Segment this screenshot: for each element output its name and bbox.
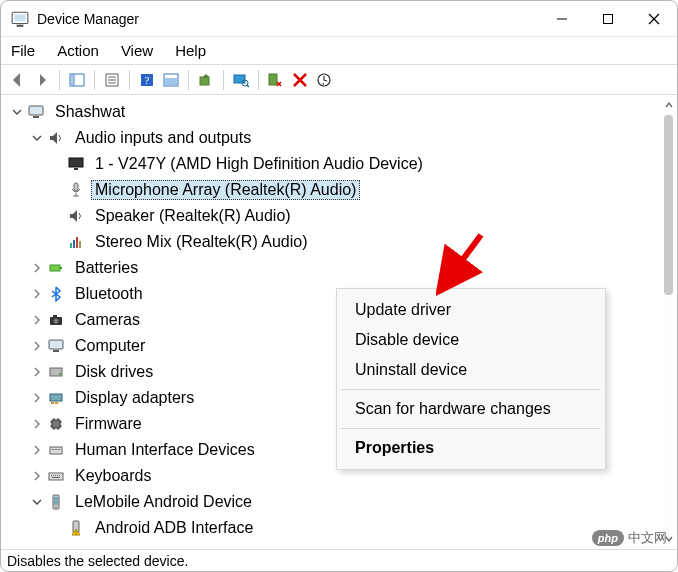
svg-rect-62 <box>53 475 54 476</box>
chevron-right-icon[interactable] <box>29 416 45 432</box>
tree-category-lemobile[interactable]: LeMobile Android Device <box>9 489 660 515</box>
monitor-icon <box>67 155 85 173</box>
svg-rect-65 <box>59 475 60 476</box>
update-driver-button[interactable] <box>195 69 217 91</box>
uninstall-device-button[interactable] <box>289 69 311 91</box>
svg-rect-59 <box>58 449 60 450</box>
context-menu-properties[interactable]: Properties <box>339 433 603 463</box>
computer-icon <box>27 103 45 121</box>
show-hide-tree-button[interactable] <box>66 69 88 91</box>
menu-file[interactable]: File <box>7 40 39 61</box>
chevron-down-icon[interactable] <box>9 104 25 120</box>
tree-device-stereomix[interactable]: Stereo Mix (Realtek(R) Audio) <box>9 229 660 255</box>
svg-rect-1 <box>14 14 25 21</box>
svg-point-38 <box>54 319 59 324</box>
tree-device-android-adb[interactable]: ! Android ADB Interface <box>9 515 660 541</box>
minimize-button[interactable] <box>539 2 585 36</box>
tree-device-speaker[interactable]: Speaker (Realtek(R) Audio) <box>9 203 660 229</box>
svg-rect-2 <box>17 24 24 26</box>
properties-button[interactable] <box>101 69 123 91</box>
tree-node-label: Display adapters <box>71 388 198 408</box>
svg-rect-35 <box>50 265 60 271</box>
svg-rect-26 <box>69 158 83 167</box>
tree-category-audio[interactable]: Audio inputs and outputs <box>9 125 660 151</box>
window-title: Device Manager <box>37 11 139 27</box>
context-menu: Update driver Disable device Uninstall d… <box>336 288 606 470</box>
svg-rect-45 <box>51 402 54 404</box>
context-menu-scan-hardware[interactable]: Scan for hardware changes <box>339 394 603 424</box>
svg-point-69 <box>55 506 57 508</box>
back-button[interactable] <box>7 69 29 91</box>
menu-view[interactable]: View <box>117 40 157 61</box>
tree-node-label: Batteries <box>71 258 142 278</box>
context-menu-update-driver[interactable]: Update driver <box>339 295 603 325</box>
chevron-right-icon[interactable] <box>29 338 45 354</box>
svg-rect-61 <box>51 475 52 476</box>
scrollbar-track[interactable] <box>662 113 675 531</box>
tree-node-label: Shashwat <box>51 102 129 122</box>
tree-node-label: 1 - V247Y (AMD High Definition Audio Dev… <box>91 154 427 174</box>
svg-line-21 <box>247 85 249 87</box>
svg-rect-34 <box>79 241 81 248</box>
svg-rect-4 <box>604 14 613 23</box>
speaker-icon <box>67 207 85 225</box>
maximize-button[interactable] <box>585 2 631 36</box>
chevron-right-icon[interactable] <box>29 390 45 406</box>
scan-hardware-button[interactable] <box>230 69 252 91</box>
camera-icon <box>47 311 65 329</box>
device-tree-pane: Shashwat Audio inputs and outputs 1 - V2… <box>1 95 677 549</box>
chevron-right-icon[interactable] <box>29 468 45 484</box>
svg-rect-63 <box>55 475 56 476</box>
context-menu-uninstall-device[interactable]: Uninstall device <box>339 355 603 385</box>
forward-button[interactable] <box>31 69 53 91</box>
disk-icon <box>47 363 65 381</box>
chevron-down-icon[interactable] <box>29 130 45 146</box>
chevron-right-icon[interactable] <box>29 442 45 458</box>
tree-node-label: Human Interface Devices <box>71 440 259 460</box>
svg-rect-31 <box>70 243 72 248</box>
help-button[interactable]: ? <box>136 69 158 91</box>
chevron-right-icon[interactable] <box>29 312 45 328</box>
chevron-right-icon[interactable] <box>29 364 45 380</box>
disable-device-button[interactable] <box>265 69 287 91</box>
tree-node-label: Cameras <box>71 310 144 330</box>
svg-rect-28 <box>74 183 78 191</box>
svg-rect-40 <box>49 340 63 349</box>
tree-device-v247y[interactable]: 1 - V247Y (AMD High Definition Audio Dev… <box>9 151 660 177</box>
svg-rect-9 <box>71 75 73 85</box>
chevron-right-icon[interactable] <box>29 260 45 276</box>
tree-node-label: Disk drives <box>71 362 157 382</box>
title-bar: Device Manager <box>1 1 677 37</box>
context-menu-disable-device[interactable]: Disable device <box>339 325 603 355</box>
close-button[interactable] <box>631 2 677 36</box>
vertical-scrollbar[interactable] <box>660 95 677 549</box>
svg-rect-56 <box>50 447 62 454</box>
speaker-icon <box>47 129 65 147</box>
svg-rect-60 <box>49 473 63 480</box>
tree-node-label: Stereo Mix (Realtek(R) Audio) <box>91 232 312 252</box>
action-options-button[interactable] <box>160 69 182 91</box>
svg-rect-66 <box>52 477 60 478</box>
chevron-down-icon[interactable] <box>29 494 45 510</box>
tree-device-microphone[interactable]: Microphone Array (Realtek(R) Audio) <box>9 177 660 203</box>
scrollbar-thumb[interactable] <box>664 115 673 295</box>
display-adapter-icon <box>47 389 65 407</box>
status-text: Disables the selected device. <box>7 553 188 569</box>
scroll-up-button[interactable] <box>661 97 676 113</box>
svg-rect-24 <box>29 106 43 115</box>
enable-device-button[interactable] <box>313 69 335 91</box>
menu-action[interactable]: Action <box>53 40 103 61</box>
menu-help[interactable]: Help <box>171 40 210 61</box>
svg-rect-32 <box>73 240 75 248</box>
tree-root-node[interactable]: Shashwat <box>9 99 660 125</box>
tree-node-label: Android ADB Interface <box>91 518 257 538</box>
tree-node-label: LeMobile Android Device <box>71 492 256 512</box>
chevron-right-icon[interactable] <box>29 286 45 302</box>
tree-node-label: Firmware <box>71 414 146 434</box>
equalizer-icon <box>67 233 85 251</box>
warning-device-icon: ! <box>67 519 85 537</box>
tree-category-batteries[interactable]: Batteries <box>9 255 660 281</box>
svg-rect-46 <box>55 402 58 404</box>
svg-rect-33 <box>76 237 78 248</box>
watermark: php 中文网 <box>592 529 667 547</box>
